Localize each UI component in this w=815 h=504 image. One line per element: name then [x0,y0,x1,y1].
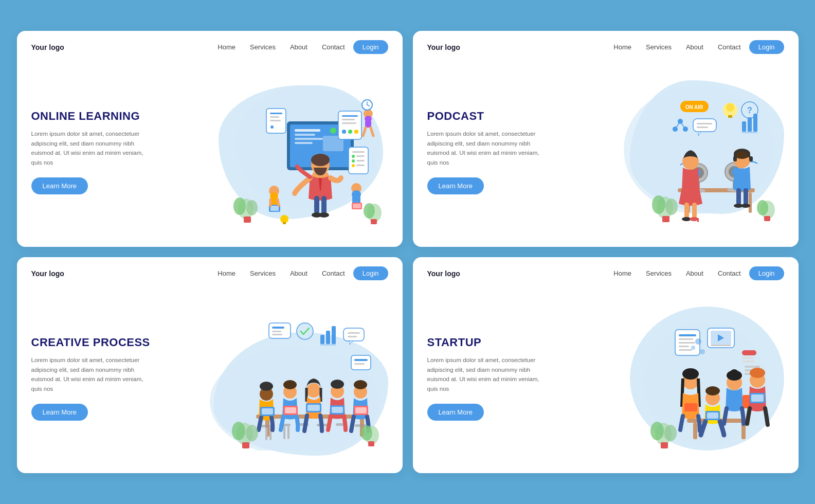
login-btn-1[interactable]: Login [353,40,388,54]
svg-point-108 [741,204,750,208]
svg-point-116 [757,200,768,215]
svg-rect-21 [270,120,281,121]
svg-rect-179 [679,346,689,347]
svg-rect-180 [679,349,692,351]
nav-services-4[interactable]: Services [646,269,672,277]
nav-services-2[interactable]: Services [646,43,672,51]
svg-point-185 [695,338,701,345]
nav-home-4[interactable]: Home [613,269,631,277]
svg-rect-166 [355,407,367,413]
svg-point-201 [705,386,720,395]
svg-point-22 [270,125,274,129]
svg-point-70 [726,103,734,112]
learn-more-btn-4[interactable]: Learn More [427,404,484,421]
svg-rect-144 [265,427,267,440]
svg-rect-162 [332,407,343,413]
card-body-3: CREATIVE PROCESS Lorem ipsum dolor sit a… [17,285,403,473]
svg-rect-26 [356,155,365,157]
svg-rect-195 [693,423,697,439]
svg-point-113 [665,199,678,215]
svg-rect-125 [326,331,330,344]
startup-svg [571,307,784,451]
nav-services-3[interactable]: Services [250,269,276,277]
nav-contact-3[interactable]: Contact [322,269,345,277]
svg-rect-102 [697,218,699,222]
login-btn-3[interactable]: Login [353,266,388,280]
nav-about-3[interactable]: About [290,269,307,277]
svg-rect-126 [332,326,336,344]
svg-rect-3 [295,129,320,132]
svg-rect-28 [356,160,365,161]
nav-services-1[interactable]: Services [250,43,276,51]
svg-rect-74 [742,132,757,133]
nav-contact-2[interactable]: Contact [718,43,741,51]
svg-rect-99 [692,203,697,218]
card-desc-1: Lorem ipsum dolor sit amet, consectetuer… [31,129,144,167]
card-body-2: PODCAST Lorem ipsum dolor sit amet, cons… [413,59,799,247]
svg-rect-132 [351,355,371,370]
svg-rect-155 [285,407,296,413]
nav-home-1[interactable]: Home [218,43,236,51]
svg-text:ON AIR: ON AIR [685,104,703,110]
svg-point-123 [297,323,313,339]
learn-more-btn-1[interactable]: Learn More [31,177,88,194]
nav-home-2[interactable]: Home [613,43,631,51]
svg-rect-69 [728,115,732,118]
svg-rect-106 [744,188,748,205]
nav-about-1[interactable]: About [290,43,307,51]
svg-point-172 [361,425,372,441]
login-btn-4[interactable]: Login [749,266,784,280]
svg-rect-176 [679,334,696,336]
card-body-1: ONLINE LEARNING Lorem ipsum dolor sit am… [17,59,403,247]
svg-rect-191 [745,366,760,368]
nav-creative: Your logo Home Services About Contact Lo… [17,257,403,285]
nav-contact-4[interactable]: Contact [718,269,741,277]
svg-rect-177 [679,338,693,340]
svg-rect-86 [749,192,752,213]
card-content-3: CREATIVE PROCESS Lorem ipsum dolor sit a… [31,336,175,421]
illustration-4 [571,301,784,456]
login-btn-2[interactable]: Login [749,40,784,54]
podcast-svg: ON AIR ? [571,80,784,224]
svg-point-61 [364,203,375,219]
svg-rect-147 [287,426,289,439]
svg-rect-42 [270,206,279,211]
learn-more-btn-2[interactable]: Learn More [427,177,484,194]
logo-3: Your logo [31,269,64,278]
nav-about-4[interactable]: About [686,269,703,277]
svg-rect-4 [295,134,315,136]
svg-rect-184 [711,345,731,346]
nav-home-3[interactable]: Home [218,269,236,277]
svg-point-164 [354,380,367,389]
svg-point-153 [283,380,297,389]
svg-rect-34 [314,196,319,214]
svg-rect-62 [371,219,377,224]
card-desc-4: Lorem ipsum dolor sit amet, consectetuer… [427,355,540,393]
svg-rect-20 [270,116,279,118]
svg-rect-158 [307,405,320,411]
svg-rect-128 [343,328,364,341]
svg-rect-6 [295,142,313,144]
logo-4: Your logo [427,269,460,278]
nav-podcast: Your logo Home Services About Contact Lo… [413,31,799,59]
nav-about-2[interactable]: About [686,43,703,51]
svg-point-57 [233,197,246,215]
creative-svg [175,307,388,451]
svg-rect-5 [295,138,323,140]
svg-point-198 [682,368,699,380]
svg-rect-30 [356,165,365,166]
illustration-1 [175,75,388,229]
card-content-2: PODCAST Lorem ipsum dolor sit amet, cons… [427,110,571,194]
svg-point-209 [750,368,765,378]
svg-point-17 [354,130,358,134]
svg-point-169 [246,425,258,441]
svg-rect-105 [736,188,741,205]
main-grid: Your logo Home Services About Contact Lo… [17,31,799,473]
svg-rect-19 [270,113,282,114]
nav-links-2: Home Services About Contact [613,43,740,51]
svg-marker-131 [350,341,353,345]
card-creative-process: Your logo Home Services About Contact Lo… [17,257,403,473]
svg-rect-80 [693,119,716,132]
nav-contact-1[interactable]: Contact [322,43,345,51]
learn-more-btn-3[interactable]: Learn More [31,404,88,421]
